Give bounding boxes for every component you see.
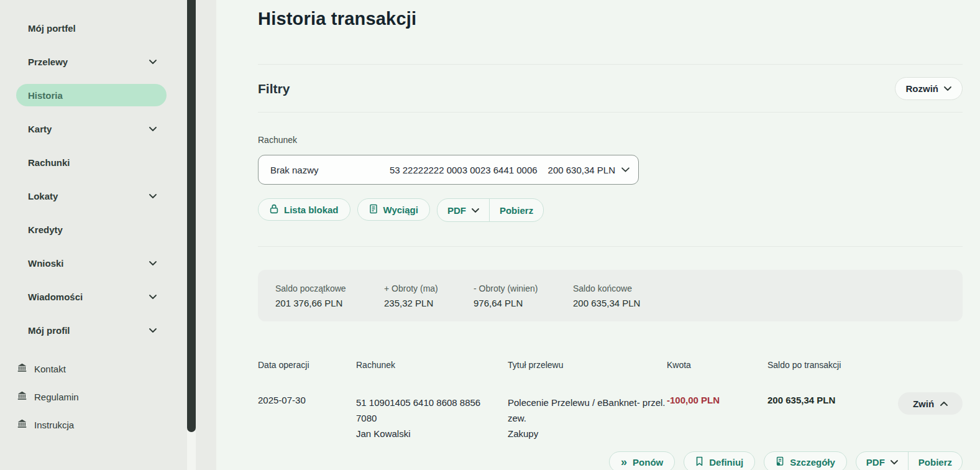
sidebar-item-instrukcja[interactable]: Instrukcja bbox=[17, 415, 216, 434]
divider bbox=[258, 112, 963, 113]
summary-label: + Obroty (ma) bbox=[384, 283, 474, 293]
app-root: Mój portfel Przelewy Historia Karty Rach… bbox=[0, 0, 980, 470]
sidebar-item-label: Rachunki bbox=[28, 157, 70, 168]
bookmark-icon bbox=[695, 456, 703, 468]
chevron-down-icon bbox=[149, 328, 157, 333]
lista-blokad-label: Lista blokad bbox=[284, 205, 339, 215]
cell-action: Zwiń bbox=[898, 395, 963, 415]
filters-header: Filtry Rozwiń bbox=[258, 77, 963, 100]
row-actions: » Ponów Definiuj Szczegóły PDF Pobierz bbox=[258, 451, 963, 470]
pobierz-label: Pobierz bbox=[500, 205, 533, 216]
sidebar-menu: Mój portfel Przelewy Historia Karty Rach… bbox=[0, 0, 216, 341]
sidebar-item-label: Kredyty bbox=[28, 224, 63, 235]
summary-label: Saldo początkowe bbox=[275, 283, 384, 293]
divider bbox=[258, 246, 963, 247]
filters-title: Filtry bbox=[258, 81, 290, 96]
title-line: Zakupy bbox=[508, 426, 667, 441]
definiuj-button[interactable]: Definiuj bbox=[684, 451, 755, 470]
collapse-row-button[interactable]: Zwiń bbox=[898, 392, 963, 415]
sidebar-item-rachunki[interactable]: Rachunki bbox=[16, 151, 167, 173]
sidebar-item-karty[interactable]: Karty bbox=[16, 118, 167, 140]
summary-label: Saldo końcowe bbox=[573, 283, 640, 293]
cell-date: 2025-07-30 bbox=[258, 395, 356, 405]
summary-obroty-ma: + Obroty (ma) 235,32 PLN bbox=[384, 283, 474, 308]
sidebar-item-label: Mój profil bbox=[28, 325, 70, 336]
szczegoly-button[interactable]: Szczegóły bbox=[764, 451, 847, 470]
sidebar-item-historia[interactable]: Historia bbox=[16, 84, 167, 106]
sidebar-item-wnioski[interactable]: Wnioski bbox=[16, 252, 167, 274]
pdf-format-button[interactable]: PDF bbox=[437, 199, 489, 221]
wyciagi-button[interactable]: Wyciągi bbox=[357, 198, 430, 221]
chevron-up-icon bbox=[940, 402, 948, 406]
column-header-data-operacji: Data operacji bbox=[258, 360, 356, 370]
expand-filters-label: Rozwiń bbox=[906, 83, 939, 94]
sidebar-item-kontakt[interactable]: Kontakt bbox=[17, 359, 216, 378]
account-balance: 200 630,34 PLN bbox=[548, 165, 615, 175]
cell-balance: 200 635,34 PLN bbox=[767, 395, 898, 405]
bank-icon bbox=[17, 363, 27, 374]
sidebar-item-label: Mój portfel bbox=[28, 23, 76, 34]
sidebar-item-label: Wiadomości bbox=[28, 292, 83, 302]
sidebar-item-moj-portfel[interactable]: Mój portfel bbox=[16, 17, 167, 39]
account-line: Jan Kowalski bbox=[356, 426, 508, 441]
account-field-label: Rachunek bbox=[258, 135, 963, 145]
table-header: Data operacji Rachunek Tytuł przelewu Kw… bbox=[258, 360, 963, 370]
account-line: 7080 bbox=[356, 410, 508, 426]
pobierz-button[interactable]: Pobierz bbox=[489, 199, 543, 221]
sidebar-item-regulamin[interactable]: Regulamin bbox=[17, 387, 216, 406]
sidebar-item-moj-profil[interactable]: Mój profil bbox=[16, 319, 167, 341]
column-header-saldo-po-transakcji: Saldo po transakcji bbox=[767, 360, 898, 370]
account-select[interactable]: Brak nazwy 53 22222222 0003 0023 6441 00… bbox=[258, 155, 639, 185]
summary-value: 976,64 PLN bbox=[474, 298, 573, 308]
sidebar-item-label: Instrukcja bbox=[34, 420, 74, 430]
summary-saldo-koncowe: Saldo końcowe 200 635,34 PLN bbox=[573, 283, 640, 308]
szczegoly-label: Szczegóły bbox=[790, 457, 835, 468]
expand-filters-button[interactable]: Rozwiń bbox=[895, 77, 963, 100]
account-line: 51 10901405 6410 8608 8856 bbox=[356, 395, 508, 410]
column-header-kwota: Kwota bbox=[667, 360, 767, 370]
chevron-down-icon bbox=[149, 60, 157, 64]
lista-blokad-button[interactable]: Lista blokad bbox=[258, 198, 350, 221]
sidebar-item-label: Regulamin bbox=[34, 392, 79, 402]
column-header-rachunek: Rachunek bbox=[356, 360, 508, 370]
sidebar-item-label: Historia bbox=[28, 90, 63, 101]
column-header-tytul-przelewu: Tytuł przelewu bbox=[508, 360, 667, 370]
chevron-down-icon bbox=[149, 194, 157, 198]
export-split-button: PDF Pobierz bbox=[437, 198, 544, 222]
double-chevron-right-icon: » bbox=[621, 456, 627, 468]
sidebar-item-kredyty[interactable]: Kredyty bbox=[16, 218, 167, 241]
sidebar-scrollbar-track[interactable] bbox=[187, 0, 196, 470]
chevron-down-icon bbox=[149, 127, 157, 131]
pdf-label: PDF bbox=[866, 457, 885, 468]
sidebar-item-przelewy[interactable]: Przelewy bbox=[16, 50, 167, 73]
summary-saldo-poczatkowe: Saldo początkowe 201 376,66 PLN bbox=[275, 283, 384, 308]
sidebar-item-label: Wnioski bbox=[28, 258, 64, 269]
row-export-split-button: PDF Pobierz bbox=[856, 451, 963, 470]
row-pobierz-button[interactable]: Pobierz bbox=[908, 452, 962, 470]
summary-label: - Obroty (winien) bbox=[474, 283, 573, 293]
statement-icon bbox=[369, 204, 378, 216]
account-actions: Lista blokad Wyciągi PDF Pobierz bbox=[258, 198, 963, 222]
ponow-button[interactable]: » Ponów bbox=[609, 451, 675, 470]
chevron-down-icon bbox=[472, 208, 479, 213]
cell-transfer-title: Polecenie Przelewu / eBanknet- przel. ze… bbox=[508, 395, 667, 441]
page-title: Historia transakcji bbox=[258, 9, 963, 29]
summary-value: 201 376,66 PLN bbox=[275, 298, 384, 308]
wyciagi-label: Wyciągi bbox=[383, 205, 418, 215]
sidebar-item-wiadomosci[interactable]: Wiadomości bbox=[16, 285, 167, 308]
file-details-icon bbox=[776, 456, 784, 468]
summary-obroty-winien: - Obroty (winien) 976,64 PLN bbox=[474, 283, 573, 308]
sidebar-item-label: Lokaty bbox=[28, 191, 58, 201]
row-pdf-format-button[interactable]: PDF bbox=[856, 452, 908, 470]
cell-amount: -100,00 PLN bbox=[667, 395, 767, 405]
summary-value: 200 635,34 PLN bbox=[573, 298, 640, 308]
chevron-down-icon bbox=[149, 261, 157, 265]
sidebar-item-lokaty[interactable]: Lokaty bbox=[16, 185, 167, 207]
sidebar-item-label: Przelewy bbox=[28, 57, 68, 67]
account-name: Brak nazwy bbox=[270, 165, 379, 175]
sidebar-scrollbar-thumb[interactable] bbox=[187, 0, 196, 432]
main-content: Historia transakcji Filtry Rozwiń Rachun… bbox=[216, 0, 980, 470]
chevron-down-icon bbox=[944, 86, 951, 91]
sidebar: Mój portfel Przelewy Historia Karty Rach… bbox=[0, 0, 216, 470]
collapse-row-label: Zwiń bbox=[913, 399, 934, 409]
